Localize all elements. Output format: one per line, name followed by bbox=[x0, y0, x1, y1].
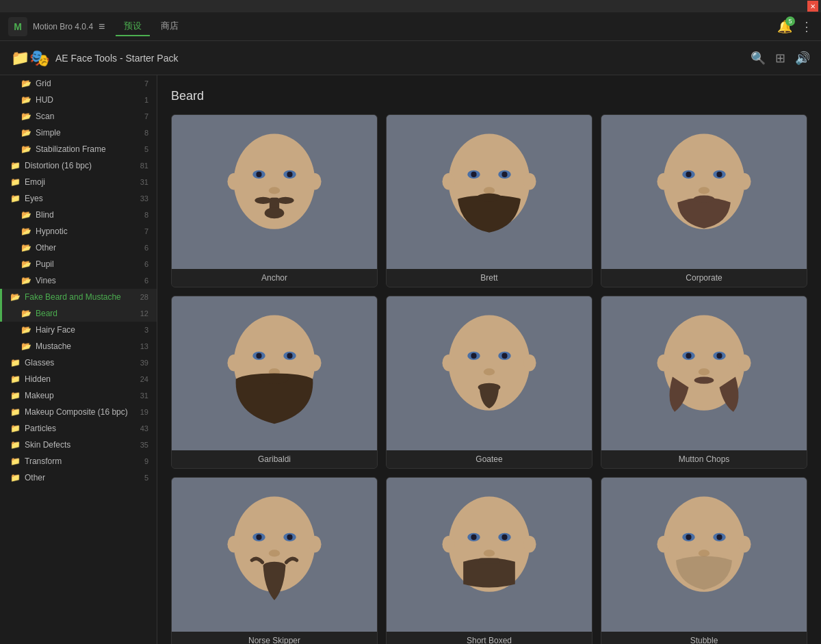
grid-item-short-boxed[interactable]: Short Boxed bbox=[386, 477, 592, 644]
sidebar-item-fake-beard[interactable]: 📂 Fake Beard and Mustache 28 bbox=[0, 289, 157, 305]
notification-icon[interactable]: 🔔 5 bbox=[777, 19, 792, 34]
svg-point-20 bbox=[523, 173, 536, 190]
sidebar-item-makeup[interactable]: 📁 Makeup 31 bbox=[0, 387, 157, 404]
svg-point-53 bbox=[699, 368, 709, 375]
svg-rect-72 bbox=[479, 558, 500, 564]
folder-icon: 📂 bbox=[21, 210, 31, 220]
sidebar-item-label: Stabilization Frame bbox=[36, 144, 135, 154]
pack-folder-icon: 📁 bbox=[11, 49, 29, 67]
sidebar-item-count: 8 bbox=[135, 211, 148, 219]
grid-item-norse-skipper[interactable]: Norse Skipper bbox=[171, 477, 378, 644]
sidebar-item-other[interactable]: 📁 Other 5 bbox=[0, 469, 157, 486]
sidebar-item-hud[interactable]: 📂 HUD 1 bbox=[0, 92, 157, 108]
svg-point-28 bbox=[657, 173, 669, 190]
tab-presets[interactable]: 预设 bbox=[116, 17, 150, 36]
folder-icon: 📂 bbox=[21, 112, 31, 121]
grid-item-garibaldi[interactable]: Garibaldi bbox=[171, 296, 378, 469]
more-options-icon[interactable]: ⋮ bbox=[800, 19, 813, 34]
close-button[interactable]: ✕ bbox=[807, 1, 818, 12]
search-icon[interactable]: 🔍 bbox=[751, 51, 766, 66]
svg-point-79 bbox=[716, 534, 722, 540]
folder-icon: 📁 bbox=[10, 473, 21, 482]
sidebar-item-count: 7 bbox=[135, 227, 148, 235]
sidebar-item-mustache[interactable]: 📂 Mustache 13 bbox=[0, 338, 157, 355]
grid-item-label: Goatee bbox=[387, 450, 592, 468]
svg-point-34 bbox=[287, 353, 292, 359]
grid-item-mutton-chops[interactable]: Mutton Chops bbox=[601, 296, 807, 469]
sidebar-item-label: Hypnotic bbox=[36, 227, 135, 236]
sidebar-item-count: 19 bbox=[135, 408, 148, 416]
svg-point-4 bbox=[287, 172, 292, 177]
grid-item-corporate[interactable]: Corporate bbox=[601, 114, 807, 287]
sidebar-item-pupil[interactable]: 📂 Pupil 6 bbox=[0, 256, 157, 272]
svg-point-42 bbox=[471, 353, 476, 359]
sidebar-item-count: 35 bbox=[135, 441, 148, 449]
svg-point-17 bbox=[484, 187, 495, 194]
section-title: Beard bbox=[171, 89, 807, 103]
sidebar-item-count: 3 bbox=[135, 326, 148, 334]
grid-view-icon[interactable]: ⊞ bbox=[775, 51, 785, 66]
sidebar-item-emoji[interactable]: 📁 Emoji 31 bbox=[0, 174, 157, 190]
grid-item-label: Mutton Chops bbox=[601, 450, 807, 468]
sidebar-item-count: 6 bbox=[135, 260, 148, 268]
menu-icon[interactable]: ≡ bbox=[99, 21, 105, 33]
sidebar-item-label: Glasses bbox=[25, 358, 135, 368]
svg-point-8 bbox=[255, 197, 272, 204]
grid-item-brett[interactable]: Brett bbox=[386, 114, 592, 287]
sidebar-item-scan[interactable]: 📂 Scan 7 bbox=[0, 108, 157, 125]
sidebar-item-hidden[interactable]: 📁 Hidden 24 bbox=[0, 371, 157, 387]
sidebar-item-makeup-composite[interactable]: 📁 Makeup Composite (16 bpc) 19 bbox=[0, 404, 157, 420]
grid-thumb-anchor bbox=[172, 115, 377, 269]
pack-header-actions: 🔍 ⊞ 🔊 bbox=[751, 51, 810, 66]
sidebar-item-vines[interactable]: 📂 Vines 6 bbox=[0, 272, 157, 289]
sidebar-item-transform[interactable]: 📁 Transform 9 bbox=[0, 453, 157, 469]
notification-badge: 5 bbox=[785, 16, 795, 26]
sidebar-item-eyes[interactable]: 📁 Eyes 33 bbox=[0, 190, 157, 207]
sidebar-item-beard[interactable]: 📂 Beard 12 bbox=[0, 305, 157, 322]
svg-point-62 bbox=[269, 550, 280, 556]
svg-point-38 bbox=[309, 355, 321, 372]
header-right: 🔔 5 ⋮ bbox=[777, 19, 813, 34]
sidebar-item-count: 43 bbox=[135, 424, 148, 433]
sidebar-item-count: 5 bbox=[135, 474, 148, 482]
sidebar-item-label: Particles bbox=[25, 424, 135, 433]
pack-logo: 🎭 bbox=[29, 49, 50, 68]
sidebar-item-count: 13 bbox=[135, 342, 148, 350]
sidebar-item-label: Scan bbox=[36, 112, 135, 121]
folder-icon: 📂 bbox=[21, 325, 31, 335]
svg-point-82 bbox=[738, 536, 751, 553]
grid-item-anchor[interactable]: Anchor bbox=[171, 114, 378, 287]
tab-store[interactable]: 商店 bbox=[153, 17, 187, 36]
sidebar-item-distortion[interactable]: 📁 Distortion (16 bpc) 81 bbox=[0, 157, 157, 174]
grid-item-goatee[interactable]: Goatee bbox=[386, 296, 592, 469]
folder-icon: 📁 bbox=[10, 194, 21, 203]
svg-point-24 bbox=[686, 172, 691, 177]
sidebar-item-hairy-face[interactable]: 📂 Hairy Face 3 bbox=[0, 322, 157, 338]
folder-icon: 📂 bbox=[21, 95, 31, 105]
sidebar-item-label: Grid bbox=[36, 79, 135, 88]
folder-icon: 📂 bbox=[21, 144, 31, 154]
sidebar-item-particles[interactable]: 📁 Particles 43 bbox=[0, 420, 157, 437]
sidebar-item-count: 1 bbox=[135, 96, 148, 104]
sidebar-item-label: Makeup bbox=[25, 391, 135, 400]
sidebar-item-label: Blind bbox=[36, 210, 135, 220]
svg-point-81 bbox=[657, 536, 669, 553]
sidebar-item-other-eyes[interactable]: 📂 Other 6 bbox=[0, 240, 157, 256]
audio-icon[interactable]: 🔊 bbox=[795, 51, 810, 66]
app-header: M Motion Bro 4.0.4 ≡ 预设 商店 🔔 5 ⋮ bbox=[0, 12, 821, 41]
grid-item-label: Anchor bbox=[172, 269, 377, 287]
svg-point-54 bbox=[694, 377, 714, 384]
sidebar-item-glasses[interactable]: 📁 Glasses 39 bbox=[0, 355, 157, 371]
sidebar-item-skin-defects[interactable]: 📁 Skin Defects 35 bbox=[0, 437, 157, 453]
svg-point-26 bbox=[699, 187, 709, 194]
sidebar-item-grid[interactable]: 📂 Grid 7 bbox=[0, 75, 157, 92]
svg-point-56 bbox=[738, 355, 751, 372]
folder-icon: 📂 bbox=[21, 276, 31, 285]
grid-item-label: Garibaldi bbox=[172, 450, 377, 468]
sidebar-item-simple[interactable]: 📂 Simple 8 bbox=[0, 125, 157, 141]
grid-item-stubble[interactable]: Stubble bbox=[601, 477, 807, 644]
sidebar-item-count: 39 bbox=[135, 359, 148, 367]
sidebar-item-hypnotic[interactable]: 📂 Hypnotic 7 bbox=[0, 223, 157, 240]
sidebar-item-blind[interactable]: 📂 Blind 8 bbox=[0, 207, 157, 223]
sidebar-item-stabilization[interactable]: 📂 Stabilization Frame 5 bbox=[0, 141, 157, 157]
